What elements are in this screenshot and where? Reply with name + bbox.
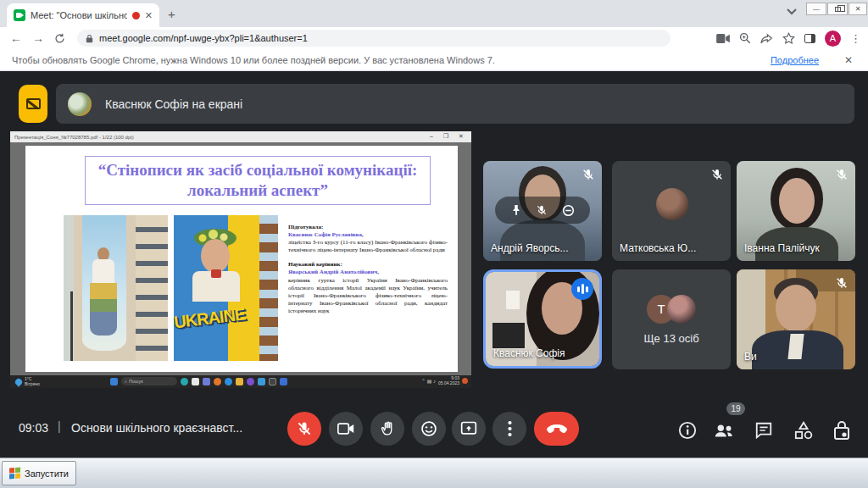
back-button[interactable]: ← <box>10 31 22 45</box>
tile-kvasniuk[interactable]: Кваснюк Софія <box>483 269 602 369</box>
shared-app-icon <box>269 378 276 385</box>
chrome-menu-icon[interactable]: ⋮ <box>850 32 861 45</box>
share-icon[interactable] <box>760 33 773 44</box>
emoji-icon <box>420 420 437 437</box>
shared-app-icon <box>247 378 254 385</box>
zoom-icon[interactable] <box>739 32 751 44</box>
activities-icon <box>793 421 814 440</box>
mural2-figure-head <box>201 239 230 273</box>
more-options-button[interactable] <box>492 412 526 446</box>
notification-close-icon[interactable]: ✕ <box>844 54 853 66</box>
raise-hand-button[interactable] <box>370 412 404 446</box>
meeting-details-button[interactable] <box>677 420 698 441</box>
slide: “Стінописи як засіб соціальної комунікац… <box>25 146 458 372</box>
tile-ivanna[interactable]: Іванна Палійчук <box>737 161 855 261</box>
info-icon <box>678 421 697 440</box>
shared-search-box: ⌕ Пошук <box>121 377 177 385</box>
speaking-indicator-icon <box>571 278 593 300</box>
portrait-face <box>779 178 815 224</box>
lock-icon <box>86 34 93 43</box>
host-controls-button[interactable] <box>832 420 852 441</box>
toolbar-action-icons: A ⋮ <box>716 27 861 49</box>
tab-search-chevron-icon[interactable] <box>787 8 797 15</box>
presentation-off-icon <box>26 98 41 109</box>
mural-photo-left <box>64 215 168 361</box>
pdf-window-titlebar: Презентація_Соня_№77028785.pdf - 1/22 (1… <box>10 131 471 142</box>
participant-name: Іванна Палійчук <box>744 242 820 254</box>
people-icon <box>714 422 734 439</box>
camera-icon <box>337 422 354 435</box>
presenter-avatar <box>68 92 92 116</box>
activities-button[interactable] <box>793 420 814 441</box>
slide-title: “Стінописи як засіб соціальної комунікац… <box>92 160 423 201</box>
mural1-figure-blouse <box>92 259 114 285</box>
new-tab-button[interactable]: + <box>168 7 175 21</box>
tile-andriy[interactable]: Андрій Яворсь... <box>483 161 602 261</box>
stop-presenting-button[interactable] <box>19 85 47 123</box>
wall-poster <box>506 291 520 309</box>
mic-toggle-button[interactable] <box>287 412 321 446</box>
reactions-button[interactable] <box>412 412 446 446</box>
tile-you[interactable]: Ви <box>737 269 855 369</box>
shared-app-icon <box>203 378 210 385</box>
remove-participant-icon[interactable] <box>562 204 575 217</box>
divider: | <box>58 419 61 433</box>
screen: Meet: "Основи шкільного к ✕ + — ✕ ← → me… <box>0 0 868 488</box>
presenting-banner[interactable]: Кваснюк Софія на екрані <box>56 84 854 124</box>
muted-mic-icon <box>835 168 849 181</box>
hang-up-icon <box>547 424 567 434</box>
window-restore-button[interactable] <box>827 3 848 15</box>
browser-tab-strip: Meet: "Основи шкільного к ✕ + — ✕ <box>0 0 868 27</box>
meeting-name: Основи шкільного краєзнавст... <box>71 421 242 435</box>
tile-more-people[interactable]: Т Ще 13 осіб <box>612 269 731 369</box>
camera-toggle-button[interactable] <box>329 412 363 446</box>
mic-off-icon <box>296 420 313 437</box>
tile-matkovska[interactable]: Матковська Ю... <box>612 161 731 261</box>
shared-app-icon <box>258 378 265 385</box>
meeting-time: 09:03 <box>19 421 48 435</box>
browser-tab[interactable]: Meet: "Основи шкільного к ✕ <box>7 3 159 27</box>
participants-button[interactable] <box>714 420 734 441</box>
windows-logo-icon <box>9 468 20 480</box>
bookmark-star-icon[interactable] <box>782 32 795 44</box>
pin-icon[interactable] <box>510 204 522 216</box>
forward-button[interactable]: → <box>32 31 44 45</box>
window-minimize-button[interactable]: — <box>806 3 826 15</box>
shared-taskbar-icons: ⌕ Пошук <box>110 377 287 385</box>
mural2-building-windows <box>259 215 278 361</box>
hang-up-button[interactable] <box>534 412 579 446</box>
presenting-banner-text: Кваснюк Софія на екрані <box>105 97 242 111</box>
restore-icon <box>835 7 841 12</box>
window-close-button[interactable]: ✕ <box>849 3 867 15</box>
muted-mic-icon <box>710 168 724 181</box>
recording-dot-icon <box>132 12 140 19</box>
present-screen-button[interactable] <box>452 412 486 446</box>
shared-screen[interactable]: Презентація_Соня_№77028785.pdf - 1/22 (1… <box>10 131 471 388</box>
address-bar[interactable]: meet.google.com/npf-uwge-ybx?pli=1&authu… <box>77 30 670 47</box>
chat-icon <box>754 421 773 440</box>
reload-button[interactable] <box>54 33 65 44</box>
participant-avatar <box>656 188 688 220</box>
mute-participant-icon[interactable] <box>536 204 548 216</box>
wall-sign <box>492 323 525 348</box>
url-text: meet.google.com/npf-uwge-ybx?pli=1&authu… <box>99 33 308 43</box>
side-panel-icon[interactable] <box>804 34 815 43</box>
camera-in-use-icon[interactable] <box>716 34 730 43</box>
mural-photo-right: UKRAINE <box>174 215 278 361</box>
prepared-text: ліцеїстка 3-го курсу (11-го класу) Івано… <box>288 239 448 254</box>
raise-hand-icon <box>380 420 395 437</box>
avatar-photo <box>667 295 696 324</box>
profile-avatar[interactable]: A <box>825 30 841 47</box>
portrait-shirt <box>787 334 804 359</box>
start-button[interactable]: Запустити <box>2 461 76 485</box>
shared-app-icon <box>214 378 221 385</box>
tab-close-icon[interactable]: ✕ <box>145 10 153 21</box>
mural1-building-windows <box>136 215 168 361</box>
chat-button[interactable] <box>754 420 774 441</box>
more-people-label: Ще 13 осіб <box>643 332 698 345</box>
notification-details-link[interactable]: Подробнее <box>771 55 819 65</box>
meet-favicon <box>14 9 25 21</box>
pdf-window-title: Презентація_Соня_№77028785.pdf - 1/22 (1… <box>14 135 134 140</box>
prepared-label: Підготувала: <box>288 224 448 231</box>
advisor-label: Науковий керівник: <box>288 261 448 269</box>
